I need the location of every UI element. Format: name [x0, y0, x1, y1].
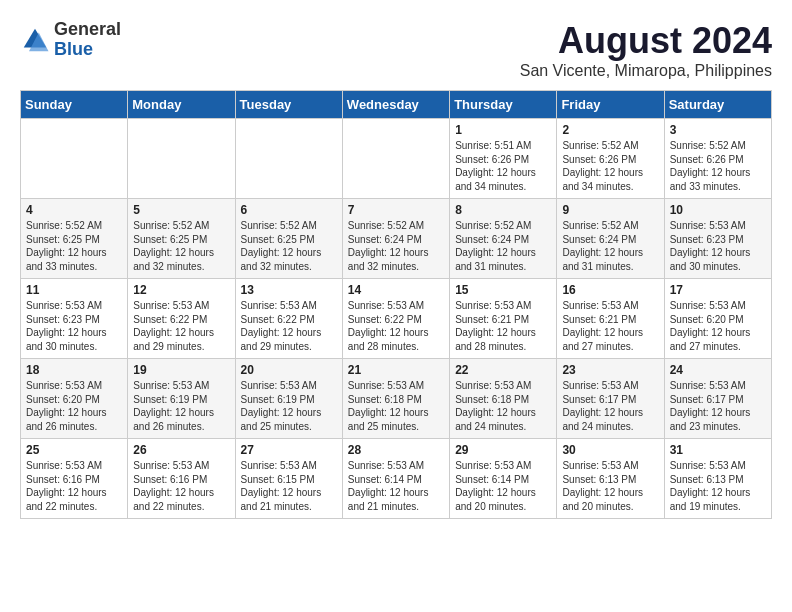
page-header: General Blue August 2024 San Vicente, Mi…	[20, 20, 772, 80]
cell-content: Sunrise: 5:52 AM Sunset: 6:24 PM Dayligh…	[455, 219, 551, 273]
logo-blue-text: Blue	[54, 40, 121, 60]
cell-content: Sunrise: 5:53 AM Sunset: 6:23 PM Dayligh…	[670, 219, 766, 273]
day-number: 24	[670, 363, 766, 377]
day-number: 18	[26, 363, 122, 377]
calendar-cell: 16Sunrise: 5:53 AM Sunset: 6:21 PM Dayli…	[557, 279, 664, 359]
title-section: August 2024 San Vicente, Mimaropa, Phili…	[520, 20, 772, 80]
calendar-cell: 24Sunrise: 5:53 AM Sunset: 6:17 PM Dayli…	[664, 359, 771, 439]
logo: General Blue	[20, 20, 121, 60]
day-number: 30	[562, 443, 658, 457]
cell-content: Sunrise: 5:51 AM Sunset: 6:26 PM Dayligh…	[455, 139, 551, 193]
logo-icon	[20, 25, 50, 55]
day-number: 31	[670, 443, 766, 457]
calendar-cell: 8Sunrise: 5:52 AM Sunset: 6:24 PM Daylig…	[450, 199, 557, 279]
cell-content: Sunrise: 5:53 AM Sunset: 6:19 PM Dayligh…	[133, 379, 229, 433]
calendar-cell: 28Sunrise: 5:53 AM Sunset: 6:14 PM Dayli…	[342, 439, 449, 519]
day-number: 17	[670, 283, 766, 297]
calendar-cell: 29Sunrise: 5:53 AM Sunset: 6:14 PM Dayli…	[450, 439, 557, 519]
day-number: 8	[455, 203, 551, 217]
calendar-cell: 23Sunrise: 5:53 AM Sunset: 6:17 PM Dayli…	[557, 359, 664, 439]
day-number: 21	[348, 363, 444, 377]
calendar-cell	[235, 119, 342, 199]
header-thursday: Thursday	[450, 91, 557, 119]
day-number: 2	[562, 123, 658, 137]
day-number: 22	[455, 363, 551, 377]
calendar-body: 1Sunrise: 5:51 AM Sunset: 6:26 PM Daylig…	[21, 119, 772, 519]
cell-content: Sunrise: 5:52 AM Sunset: 6:25 PM Dayligh…	[241, 219, 337, 273]
page-title: August 2024	[520, 20, 772, 62]
calendar-cell: 11Sunrise: 5:53 AM Sunset: 6:23 PM Dayli…	[21, 279, 128, 359]
calendar-cell: 14Sunrise: 5:53 AM Sunset: 6:22 PM Dayli…	[342, 279, 449, 359]
calendar-header-row: SundayMondayTuesdayWednesdayThursdayFrid…	[21, 91, 772, 119]
calendar-cell	[342, 119, 449, 199]
cell-content: Sunrise: 5:53 AM Sunset: 6:15 PM Dayligh…	[241, 459, 337, 513]
calendar-cell: 15Sunrise: 5:53 AM Sunset: 6:21 PM Dayli…	[450, 279, 557, 359]
day-number: 11	[26, 283, 122, 297]
day-number: 16	[562, 283, 658, 297]
cell-content: Sunrise: 5:53 AM Sunset: 6:20 PM Dayligh…	[670, 299, 766, 353]
cell-content: Sunrise: 5:53 AM Sunset: 6:16 PM Dayligh…	[133, 459, 229, 513]
calendar-week-5: 25Sunrise: 5:53 AM Sunset: 6:16 PM Dayli…	[21, 439, 772, 519]
calendar-cell: 7Sunrise: 5:52 AM Sunset: 6:24 PM Daylig…	[342, 199, 449, 279]
cell-content: Sunrise: 5:53 AM Sunset: 6:22 PM Dayligh…	[348, 299, 444, 353]
cell-content: Sunrise: 5:53 AM Sunset: 6:22 PM Dayligh…	[241, 299, 337, 353]
calendar-cell: 2Sunrise: 5:52 AM Sunset: 6:26 PM Daylig…	[557, 119, 664, 199]
day-number: 13	[241, 283, 337, 297]
cell-content: Sunrise: 5:53 AM Sunset: 6:13 PM Dayligh…	[562, 459, 658, 513]
page-subtitle: San Vicente, Mimaropa, Philippines	[520, 62, 772, 80]
calendar-cell: 9Sunrise: 5:52 AM Sunset: 6:24 PM Daylig…	[557, 199, 664, 279]
day-number: 14	[348, 283, 444, 297]
day-number: 1	[455, 123, 551, 137]
day-number: 25	[26, 443, 122, 457]
cell-content: Sunrise: 5:53 AM Sunset: 6:22 PM Dayligh…	[133, 299, 229, 353]
calendar-cell: 4Sunrise: 5:52 AM Sunset: 6:25 PM Daylig…	[21, 199, 128, 279]
cell-content: Sunrise: 5:53 AM Sunset: 6:14 PM Dayligh…	[348, 459, 444, 513]
day-number: 27	[241, 443, 337, 457]
cell-content: Sunrise: 5:52 AM Sunset: 6:25 PM Dayligh…	[26, 219, 122, 273]
cell-content: Sunrise: 5:53 AM Sunset: 6:23 PM Dayligh…	[26, 299, 122, 353]
day-number: 4	[26, 203, 122, 217]
cell-content: Sunrise: 5:53 AM Sunset: 6:13 PM Dayligh…	[670, 459, 766, 513]
calendar-cell: 3Sunrise: 5:52 AM Sunset: 6:26 PM Daylig…	[664, 119, 771, 199]
cell-content: Sunrise: 5:52 AM Sunset: 6:24 PM Dayligh…	[348, 219, 444, 273]
day-number: 7	[348, 203, 444, 217]
calendar-cell: 10Sunrise: 5:53 AM Sunset: 6:23 PM Dayli…	[664, 199, 771, 279]
calendar-cell: 26Sunrise: 5:53 AM Sunset: 6:16 PM Dayli…	[128, 439, 235, 519]
calendar-cell: 17Sunrise: 5:53 AM Sunset: 6:20 PM Dayli…	[664, 279, 771, 359]
cell-content: Sunrise: 5:53 AM Sunset: 6:18 PM Dayligh…	[348, 379, 444, 433]
header-tuesday: Tuesday	[235, 91, 342, 119]
day-number: 6	[241, 203, 337, 217]
calendar-week-4: 18Sunrise: 5:53 AM Sunset: 6:20 PM Dayli…	[21, 359, 772, 439]
calendar-cell: 19Sunrise: 5:53 AM Sunset: 6:19 PM Dayli…	[128, 359, 235, 439]
header-monday: Monday	[128, 91, 235, 119]
calendar-cell: 13Sunrise: 5:53 AM Sunset: 6:22 PM Dayli…	[235, 279, 342, 359]
day-number: 29	[455, 443, 551, 457]
calendar-week-2: 4Sunrise: 5:52 AM Sunset: 6:25 PM Daylig…	[21, 199, 772, 279]
day-number: 15	[455, 283, 551, 297]
calendar-cell: 6Sunrise: 5:52 AM Sunset: 6:25 PM Daylig…	[235, 199, 342, 279]
cell-content: Sunrise: 5:53 AM Sunset: 6:14 PM Dayligh…	[455, 459, 551, 513]
header-sunday: Sunday	[21, 91, 128, 119]
cell-content: Sunrise: 5:53 AM Sunset: 6:16 PM Dayligh…	[26, 459, 122, 513]
cell-content: Sunrise: 5:52 AM Sunset: 6:24 PM Dayligh…	[562, 219, 658, 273]
header-wednesday: Wednesday	[342, 91, 449, 119]
calendar-cell	[21, 119, 128, 199]
day-number: 26	[133, 443, 229, 457]
calendar-cell: 22Sunrise: 5:53 AM Sunset: 6:18 PM Dayli…	[450, 359, 557, 439]
day-number: 28	[348, 443, 444, 457]
day-number: 9	[562, 203, 658, 217]
calendar-cell: 18Sunrise: 5:53 AM Sunset: 6:20 PM Dayli…	[21, 359, 128, 439]
calendar-week-3: 11Sunrise: 5:53 AM Sunset: 6:23 PM Dayli…	[21, 279, 772, 359]
cell-content: Sunrise: 5:52 AM Sunset: 6:26 PM Dayligh…	[670, 139, 766, 193]
calendar-cell: 31Sunrise: 5:53 AM Sunset: 6:13 PM Dayli…	[664, 439, 771, 519]
calendar-cell: 1Sunrise: 5:51 AM Sunset: 6:26 PM Daylig…	[450, 119, 557, 199]
day-number: 20	[241, 363, 337, 377]
calendar-week-1: 1Sunrise: 5:51 AM Sunset: 6:26 PM Daylig…	[21, 119, 772, 199]
calendar-cell: 21Sunrise: 5:53 AM Sunset: 6:18 PM Dayli…	[342, 359, 449, 439]
cell-content: Sunrise: 5:53 AM Sunset: 6:21 PM Dayligh…	[562, 299, 658, 353]
day-number: 3	[670, 123, 766, 137]
cell-content: Sunrise: 5:52 AM Sunset: 6:26 PM Dayligh…	[562, 139, 658, 193]
day-number: 19	[133, 363, 229, 377]
calendar-cell	[128, 119, 235, 199]
calendar-table: SundayMondayTuesdayWednesdayThursdayFrid…	[20, 90, 772, 519]
